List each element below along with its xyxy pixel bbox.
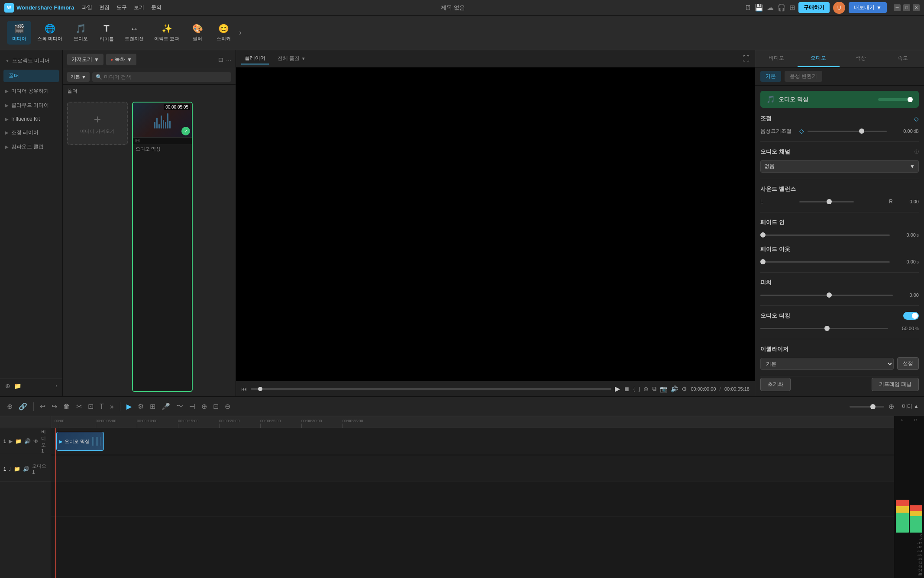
subtab-voice-convert[interactable]: 음성 변환기 (785, 71, 822, 82)
toolbar-media[interactable]: 🎬 미디어 (7, 21, 31, 45)
collapse-icon[interactable]: ‹ (55, 383, 57, 389)
purchase-button[interactable]: 구매하기 (798, 2, 830, 13)
play-head-icon[interactable]: ▶ (125, 401, 133, 412)
preview-progress-bar[interactable] (251, 388, 611, 390)
toolbar-stock[interactable]: 🌐 스톡 미디어 (33, 21, 67, 45)
merge-icon[interactable]: ⊕ (200, 401, 209, 412)
subtab-basic[interactable]: 기본 (760, 71, 781, 82)
preview-tab-quality[interactable]: 전체 품질 ▼ (274, 53, 309, 64)
left-panel-compound-clip[interactable]: ▶ 컴파운드 클립 (0, 140, 62, 154)
user-avatar[interactable]: U (833, 2, 845, 14)
voice-record-icon[interactable]: 🎤 (160, 401, 172, 412)
menu-file[interactable]: 파일 (82, 4, 92, 11)
volume-keyframe-icon[interactable]: ◇ (799, 128, 804, 135)
new-project-icon[interactable]: ⊕ (5, 382, 10, 389)
audio-button[interactable]: 🔊 (671, 385, 678, 392)
init-button[interactable]: 초기화 (760, 378, 791, 391)
export-button[interactable]: 내보내기 ▼ (849, 2, 887, 13)
track-folder-icon[interactable]: 📁 (15, 438, 22, 444)
more-timeline-icon[interactable]: » (108, 401, 116, 412)
channel-select[interactable]: 없음 ▼ (760, 160, 919, 173)
toolbar-filter[interactable]: 🎨 필터 (185, 21, 210, 45)
maximize-button[interactable]: □ (903, 4, 910, 11)
menu-edit[interactable]: 편집 (99, 4, 110, 11)
filter-button[interactable]: 기본 ▼ (67, 72, 90, 82)
save-icon[interactable]: 💾 (755, 3, 763, 12)
wave-icon[interactable]: 〜 (174, 400, 185, 413)
snap-icon[interactable]: ⚙ (136, 401, 145, 412)
sort-icon[interactable]: ⊟ (218, 56, 223, 63)
crop-button[interactable]: ⧉ (652, 385, 656, 392)
new-track-icon[interactable]: ⊕ (5, 401, 14, 412)
menu-tools[interactable]: 도구 (116, 4, 127, 11)
keyframe-panel-button[interactable]: 키프레임 패널 (872, 378, 919, 391)
left-panel-folder[interactable]: 폴더 (3, 70, 59, 82)
record-button[interactable]: ● 녹화 ▼ (106, 54, 136, 65)
volume-slider-track[interactable] (808, 131, 887, 132)
headphone-icon[interactable]: 🎧 (777, 3, 786, 12)
tab-video[interactable]: 비디오 (755, 50, 798, 67)
tab-speed[interactable]: 속도 (882, 50, 924, 67)
audio-volume-icon[interactable]: 🔊 (23, 466, 29, 472)
toolbar-audio[interactable]: 🎵 오디오 (68, 21, 93, 45)
grid-snap-icon[interactable]: ⊞ (148, 401, 157, 412)
toolbar-transition[interactable]: ↔ 트랜지션 (120, 21, 148, 45)
keyframe-diamond-icon[interactable]: ◇ (914, 115, 919, 122)
link-icon[interactable]: 🔗 (17, 401, 29, 412)
play-button[interactable]: ▶ (615, 385, 620, 393)
toolbar-title[interactable]: T 타이틀 (94, 20, 119, 45)
menu-view[interactable]: 보기 (134, 4, 144, 11)
redo-icon[interactable]: ↪ (50, 401, 59, 412)
cloud-icon[interactable]: ☁ (767, 3, 774, 12)
audio-mix-knob[interactable] (878, 98, 913, 101)
ducking-track[interactable] (760, 328, 888, 329)
fade-in-track[interactable] (760, 234, 890, 236)
grid-icon[interactable]: ⊞ (789, 3, 795, 12)
toolbar-sticker[interactable]: 😊 스티커 (211, 21, 236, 45)
fade-out-track[interactable] (760, 261, 890, 263)
audio-folder-icon[interactable]: 📁 (14, 466, 20, 472)
cut-icon[interactable]: ✂ (74, 401, 84, 412)
left-panel-adjustment[interactable]: ▶ 조정 레이어 (0, 125, 62, 140)
search-input[interactable] (104, 74, 228, 80)
preview-tab-player[interactable]: 플레이어 (241, 53, 269, 64)
toolbar-more[interactable]: › (237, 28, 243, 37)
folder-icon[interactable]: 📁 (14, 382, 21, 389)
track-volume-icon[interactable]: 🔊 (24, 438, 31, 444)
eq-settings-button[interactable]: 설정 (897, 357, 919, 370)
crop-timeline-icon[interactable]: ⊡ (86, 401, 95, 412)
menu-help[interactable]: 문의 (151, 4, 162, 11)
eq-select[interactable]: 기본 (760, 358, 894, 370)
tab-audio[interactable]: 오디오 (798, 50, 840, 67)
prev-frame-button[interactable]: ⏮ (241, 385, 247, 392)
left-panel-share[interactable]: ▶ 미디어 공유하기 (0, 84, 62, 98)
fullscreen-icon[interactable]: ⛶ (743, 55, 750, 63)
left-panel-project-media[interactable]: ▼ 프로젝트 미디어 (0, 54, 62, 68)
close-button[interactable]: ✕ (913, 4, 920, 11)
delete-icon[interactable]: 🗑 (61, 401, 72, 412)
info-icon[interactable]: ⓘ (914, 149, 919, 155)
video-clip[interactable]: ▶ 오디오 믹싱 (56, 432, 104, 451)
tab-color[interactable]: 색상 (840, 50, 882, 67)
toolbar-effect[interactable]: ✨ 이펙트 효과 (150, 21, 184, 45)
left-panel-cloud[interactable]: ▶ 클라우드 미디어 (0, 98, 62, 112)
zoom-slider[interactable] (850, 406, 884, 408)
snapshot-button[interactable]: 📷 (660, 385, 667, 392)
add-media-item[interactable]: + 미디어 가져오기 (67, 102, 128, 145)
add-to-timeline-button[interactable]: ⊕ (643, 385, 649, 392)
text-icon[interactable]: T (98, 401, 106, 412)
zoom-out-icon[interactable]: ⊖ (223, 401, 232, 412)
stop-button[interactable]: ⏹ (624, 385, 630, 392)
minimize-button[interactable]: ─ (894, 4, 901, 11)
pitch-track[interactable] (760, 295, 893, 296)
zoom-in-icon[interactable]: ⊕ (887, 401, 896, 412)
settings-button[interactable]: ⚙ (682, 385, 687, 392)
import-button[interactable]: 가져오기 ▼ (67, 54, 103, 65)
more-icon[interactable]: ··· (226, 56, 231, 63)
playhead[interactable] (55, 428, 56, 578)
ducking-toggle[interactable] (903, 312, 919, 320)
track-visible-icon[interactable]: 👁 (33, 438, 39, 444)
add-clip-icon[interactable]: ⊡ (211, 401, 220, 412)
split-audio-icon[interactable]: ⊣ (187, 401, 197, 412)
mark-in-icon[interactable]: { (633, 386, 635, 392)
